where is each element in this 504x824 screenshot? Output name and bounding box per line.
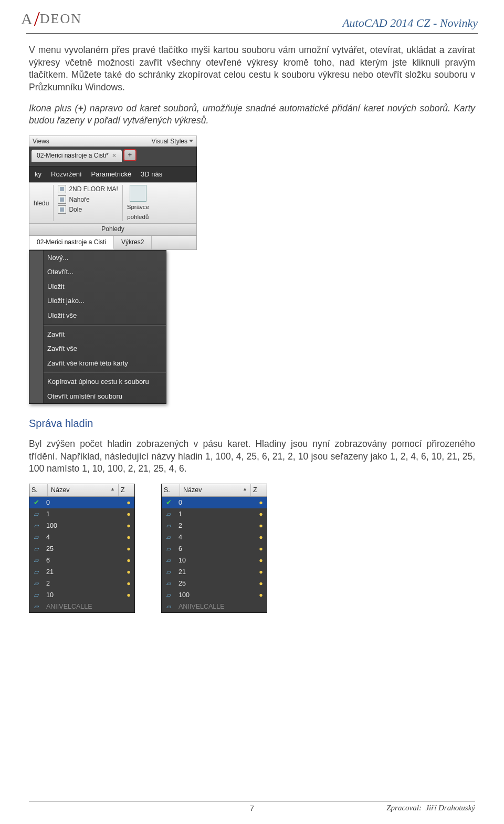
ctx-save-all[interactable]: Uložit vše [29, 308, 166, 323]
table-row[interactable]: ✔0● [29, 497, 134, 508]
table-row[interactable]: ▱21● [162, 566, 267, 578]
sort-asc-icon: ▲ [110, 486, 115, 495]
page-content: V menu vyvolaném přes pravé tlačítko myš… [0, 34, 504, 613]
bulb-icon[interactable]: ● [127, 568, 131, 576]
menu-item[interactable]: ky [35, 170, 41, 179]
table-row[interactable]: ✔0● [162, 497, 267, 508]
bulb-icon[interactable]: ● [259, 557, 263, 564]
table-row[interactable]: ▱100● [162, 589, 267, 601]
col-on[interactable]: Z [251, 484, 267, 496]
layer-icon: ▱ [34, 591, 39, 599]
layer-table-new-sort: S. Název▲ Z ✔0●▱1●▱2●▱4●▱6●▱10●▱21●▱25●▱… [161, 484, 267, 613]
menu-item[interactable]: 3D nás [141, 170, 162, 179]
layer-icon: ▱ [34, 522, 39, 529]
bulb-icon[interactable]: ● [127, 522, 131, 529]
paragraph-2: Ikona plus (+) napravo od karet souborů,… [29, 102, 475, 127]
bulb-icon[interactable]: ● [127, 580, 131, 587]
chevron-down-icon [189, 140, 193, 142]
view-icon [58, 205, 66, 214]
footer-divider [29, 801, 475, 801]
table-row[interactable]: ▱21● [29, 566, 134, 578]
layout-tab[interactable]: Výkres2 [114, 236, 152, 249]
view-icon [58, 185, 66, 193]
main-menu-bar: ky Rozvržení Parametrické 3D nás [29, 166, 197, 183]
layer-icon: ▱ [34, 510, 39, 518]
ctx-save-as[interactable]: Uložit jako... [29, 294, 166, 308]
visual-styles-dropdown[interactable]: Visual Styles [152, 137, 193, 145]
table-row[interactable]: ▱6● [162, 543, 267, 555]
col-status[interactable]: S. [162, 484, 180, 496]
table-row[interactable]: ▱10● [162, 555, 267, 566]
bulb-icon[interactable]: ● [259, 568, 263, 576]
col-status[interactable]: S. [29, 484, 48, 496]
file-tab-bar: 02-Merici nastroje a Cisti*✕ + [29, 147, 197, 162]
layout-tab[interactable]: 02-Merici nastroje a Cisti [29, 236, 114, 249]
ctx-copy-path[interactable]: Kopírovat úplnou cestu k souboru [29, 374, 166, 389]
layer-icon: ▱ [34, 580, 39, 587]
ribbon-panel-label: Pohledy [29, 224, 197, 235]
layer-table-old-sort: S. Název▲ Z ✔0●▱1●▱100●▱4●▱25●▱6●▱21●▱2●… [29, 484, 135, 613]
view-manager-button[interactable]: Správce pohledů [123, 183, 153, 223]
author-line: Zpracoval: Jiří Drahotuský [386, 804, 475, 812]
col-name[interactable]: Název▲ [48, 484, 119, 496]
layer-icon: ▱ [166, 510, 171, 518]
table-row[interactable]: ▱4● [29, 531, 134, 543]
bulb-icon[interactable]: ● [127, 557, 131, 564]
col-on[interactable]: Z [119, 484, 134, 496]
ribbon-col: hledu [29, 183, 53, 223]
table-header: S. Název▲ Z [162, 484, 267, 497]
bulb-icon[interactable]: ● [259, 580, 263, 587]
ctx-close[interactable]: Zavřít [29, 327, 166, 342]
menu-item[interactable]: Rozvržení [51, 170, 82, 179]
screenshot-tabs-menu: Views Visual Styles 02-Merici nastroje a… [29, 135, 197, 404]
table-row[interactable]: ▱25● [162, 578, 267, 589]
layer-icon: ▱ [166, 534, 171, 541]
layout-tab-bar: 02-Merici nastroje a Cisti Výkres2 [29, 235, 197, 250]
bulb-icon[interactable]: ● [127, 499, 131, 506]
ctx-save[interactable]: Uložit [29, 279, 166, 294]
page-footer: 7 Zpracoval: Jiří Drahotuský [0, 801, 504, 812]
table-row[interactable]: ▱2● [162, 520, 267, 531]
bulb-icon[interactable]: ● [127, 510, 131, 518]
layer-icon: ▱ [34, 534, 39, 541]
sort-asc-icon: ▲ [243, 486, 247, 495]
view-item[interactable]: Dole [58, 205, 118, 214]
table-row[interactable]: ▱10● [29, 589, 134, 601]
table-row[interactable]: ▱6● [29, 555, 134, 566]
table-row[interactable]: ▱1● [162, 508, 267, 520]
new-tab-plus-button[interactable]: + [124, 150, 136, 161]
menu-item[interactable]: Parametrické [91, 170, 132, 179]
col-name[interactable]: Název▲ [180, 484, 251, 496]
ctx-close-others[interactable]: Zavřít vše kromě této karty [29, 356, 166, 371]
page-number: 7 [250, 804, 254, 812]
ctx-close-all[interactable]: Zavřít vše [29, 341, 166, 356]
layer-icon: ▱ [166, 591, 171, 599]
bulb-icon[interactable]: ● [259, 510, 263, 518]
bulb-icon[interactable]: ● [127, 545, 131, 552]
table-row[interactable]: ▱100● [29, 520, 134, 531]
view-item[interactable]: 2ND FLOOR MA! [58, 185, 118, 193]
file-tab[interactable]: 02-Merici nastroje a Cisti*✕ [32, 150, 122, 162]
table-row[interactable]: ▱25● [29, 543, 134, 555]
bulb-icon[interactable]: ● [259, 522, 263, 529]
table-row[interactable]: ▱4● [162, 531, 267, 543]
layer-tables: S. Název▲ Z ✔0●▱1●▱100●▱4●▱25●▱6●▱21●▱2●… [29, 484, 475, 613]
bulb-icon[interactable]: ● [259, 534, 263, 541]
ribbon-view-list: 2ND FLOOR MA! Nahoře Dole [54, 183, 122, 223]
table-row[interactable]: ▱1● [29, 508, 134, 520]
view-item[interactable]: Nahoře [58, 195, 118, 204]
bulb-icon[interactable]: ● [127, 591, 131, 599]
paragraph-3: Byl zvýšen počet hladin zobrazených v pá… [29, 438, 475, 475]
ctx-new[interactable]: Nový... [29, 251, 166, 265]
ctx-open-location[interactable]: Otevřít umístění souboru [29, 389, 166, 404]
bulb-icon[interactable]: ● [259, 591, 263, 599]
close-icon[interactable]: ✕ [112, 152, 117, 160]
bulb-icon[interactable]: ● [127, 534, 131, 541]
table-row[interactable]: ▱2● [29, 578, 134, 589]
layer-icon: ▱ [166, 545, 171, 552]
bulb-icon[interactable]: ● [259, 499, 263, 506]
document-title: AutoCAD 2014 CZ - Novinky [342, 16, 478, 31]
ribbon-panel: hledu 2ND FLOOR MA! Nahoře Dole Správce … [29, 182, 197, 224]
bulb-icon[interactable]: ● [259, 545, 263, 552]
ctx-open[interactable]: Otevřít... [29, 265, 166, 279]
